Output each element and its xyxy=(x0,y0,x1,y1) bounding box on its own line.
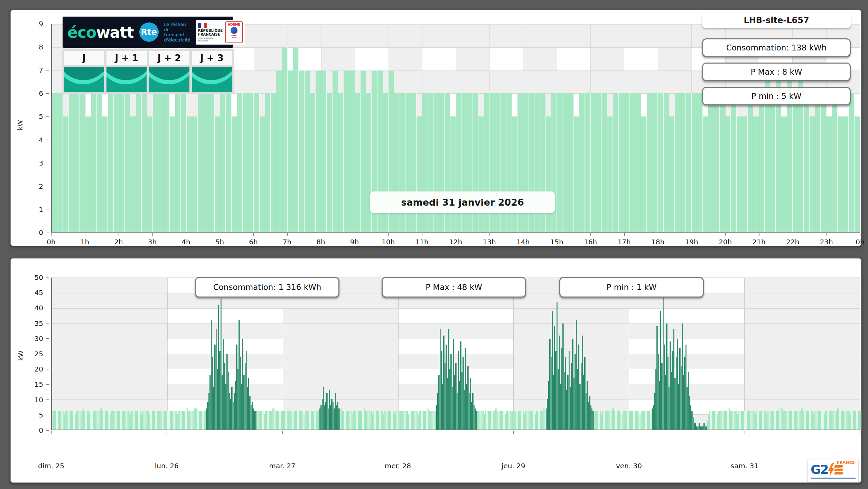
y-tick-mark xyxy=(46,209,49,209)
y-tick: 20 xyxy=(35,365,49,373)
rte-text: Rte xyxy=(141,27,157,37)
bar xyxy=(175,93,181,232)
x-tick-mark xyxy=(51,233,52,236)
y-tick-mark xyxy=(46,116,49,117)
rte-logo: Rte xyxy=(139,22,159,42)
x-tick-mark xyxy=(827,233,827,236)
republique-line1: RÉPUBLIQUE xyxy=(198,29,223,32)
tile-j3[interactable]: J + 3 xyxy=(192,51,232,92)
x-tick-label: 7h xyxy=(283,238,291,246)
bar xyxy=(243,93,248,232)
y-tick: 1 xyxy=(39,205,49,214)
bar xyxy=(731,93,736,232)
bar xyxy=(254,93,259,232)
y-tick-label: 0 xyxy=(39,228,43,237)
x-tick-mark xyxy=(186,233,186,236)
y-tick-mark xyxy=(46,415,49,415)
bar xyxy=(338,93,344,232)
x-tick-mark xyxy=(629,431,629,434)
bar xyxy=(102,116,108,232)
republique-line2: FRANÇAISE xyxy=(198,32,220,36)
y-tick: 5 xyxy=(39,112,49,121)
g2e-tagline xyxy=(811,478,856,479)
x-tick-mark xyxy=(590,233,591,236)
weekly-chart-plot[interactable] xyxy=(51,278,860,430)
x-tick-mark xyxy=(513,431,514,434)
x-tick-label: 2h xyxy=(114,238,123,246)
bar xyxy=(316,70,321,232)
bar xyxy=(692,93,697,232)
x-tick-mark xyxy=(860,431,860,434)
x-tick-label: 0h xyxy=(47,238,55,246)
tile-j[interactable]: J xyxy=(64,51,104,92)
bar xyxy=(843,116,849,232)
weekly-pmin-value: P min : 1 kW xyxy=(607,283,657,292)
bar xyxy=(512,116,517,232)
site-title: LHB-site-L657 xyxy=(744,16,809,25)
date-label: samedi 31 janvier 2026 xyxy=(401,197,524,208)
bar xyxy=(181,93,186,232)
bar xyxy=(664,93,669,232)
weekly-pmax-box: P Max : 48 kW xyxy=(382,277,526,298)
weekly-y-axis: 05101520253035404550 xyxy=(11,278,49,430)
ecowatt-logo: écowatt xyxy=(67,23,134,41)
bar xyxy=(220,93,226,232)
bar xyxy=(91,93,97,232)
bar xyxy=(136,93,142,232)
tile-j2[interactable]: J + 2 xyxy=(149,51,189,92)
x-tick-label: ven. 30 xyxy=(616,462,642,470)
bar xyxy=(804,93,809,232)
y-tick-mark xyxy=(46,70,49,70)
y-tick: 10 xyxy=(35,396,49,404)
bar xyxy=(838,116,843,232)
bar xyxy=(602,93,607,232)
y-tick-mark xyxy=(46,24,49,24)
bar xyxy=(759,93,765,232)
bar xyxy=(153,93,158,232)
bar xyxy=(737,116,742,232)
bar xyxy=(855,116,860,232)
x-tick-mark xyxy=(388,233,389,236)
g2e-g2-text: G2 xyxy=(811,463,828,476)
bar xyxy=(832,93,838,232)
bar xyxy=(248,93,254,232)
x-tick-mark xyxy=(489,233,490,236)
y-tick-mark xyxy=(46,308,49,308)
x-tick-mark xyxy=(119,233,119,236)
bar xyxy=(288,70,293,232)
y-tick-label: 5 xyxy=(39,112,43,121)
y-tick-mark xyxy=(46,323,49,323)
y-tick-label: 3 xyxy=(39,159,43,167)
bar xyxy=(74,93,80,232)
bar xyxy=(355,93,361,232)
y-tick: 9 xyxy=(39,20,49,28)
tile-j1[interactable]: J + 1 xyxy=(106,51,147,92)
y-tick-label: 5 xyxy=(39,411,43,419)
bar xyxy=(793,93,798,232)
y-tick-label: 20 xyxy=(35,365,43,373)
x-tick-label: 21h xyxy=(752,238,765,246)
y-tick: 6 xyxy=(39,89,49,97)
x-tick-mark xyxy=(745,431,745,434)
x-tick-mark xyxy=(321,233,321,236)
bar xyxy=(321,70,327,232)
x-tick-label: dim. 25 xyxy=(38,462,64,470)
ademe-subtext: ▬▬▬▬▬▬▬ xyxy=(231,35,236,38)
ecowatt-eco-text: éco xyxy=(67,23,96,41)
ecowatt-watt-text: watt xyxy=(96,23,133,41)
bar xyxy=(675,93,680,232)
france-flag-icon xyxy=(198,23,207,28)
bar xyxy=(630,93,635,232)
x-tick-mark xyxy=(85,233,85,236)
lightning-bolt-icon xyxy=(828,463,835,477)
bar xyxy=(344,70,349,232)
y-tick-label: 15 xyxy=(35,380,43,388)
bar xyxy=(478,116,484,232)
y-tick: 0 xyxy=(39,426,49,434)
bar xyxy=(192,116,198,232)
bar xyxy=(203,93,209,232)
daily-pmax-value: P Max : 8 kW xyxy=(750,67,802,76)
bar xyxy=(305,70,310,232)
x-tick-mark xyxy=(422,233,422,236)
x-tick-label: 10h xyxy=(382,238,395,246)
